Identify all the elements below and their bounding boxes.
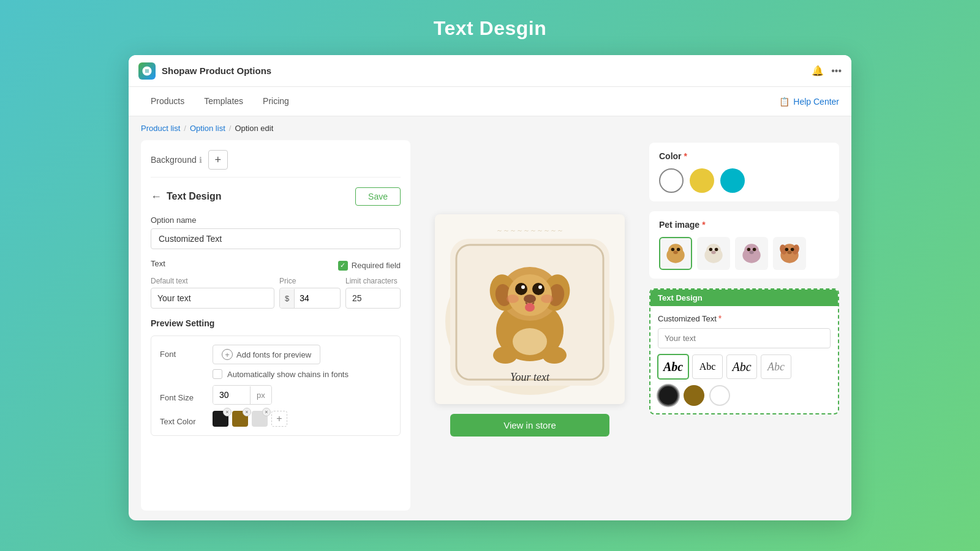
svg-point-25 bbox=[671, 248, 675, 252]
text-color-swatches: × × × + bbox=[213, 411, 287, 427]
svg-point-34 bbox=[744, 244, 759, 257]
pet-grid bbox=[659, 237, 829, 270]
svg-point-21 bbox=[513, 328, 547, 355]
svg-point-24 bbox=[668, 244, 683, 257]
add-color-button[interactable]: + bbox=[271, 411, 287, 427]
svg-text:Your text: Your text bbox=[510, 371, 550, 383]
breadcrumb-option-list[interactable]: Option list bbox=[190, 124, 225, 133]
right-panel: Color * Pet image * bbox=[649, 140, 839, 511]
required-checkbox[interactable]: ✓ bbox=[338, 261, 348, 271]
preview-setting-section: Preview Setting Font + Add fonts for pre… bbox=[151, 318, 401, 436]
mini-color-black[interactable] bbox=[658, 385, 679, 406]
color-swatch-brown[interactable]: × bbox=[232, 411, 248, 427]
mini-colors bbox=[658, 385, 831, 406]
info-icon: ℹ bbox=[199, 156, 202, 165]
nav-pricing[interactable]: Pricing bbox=[253, 87, 299, 116]
text-design-card: Text Design Customized Text * Abc Abc Ab… bbox=[649, 288, 839, 414]
svg-point-16 bbox=[525, 303, 535, 312]
pet-thumb-1[interactable] bbox=[659, 237, 692, 270]
svg-point-44 bbox=[787, 250, 791, 254]
font-option-3[interactable]: Abc bbox=[726, 354, 757, 379]
svg-point-12 bbox=[532, 283, 545, 295]
px-unit: px bbox=[250, 386, 271, 404]
pet-thumb-3[interactable] bbox=[735, 237, 768, 270]
save-button[interactable]: Save bbox=[355, 187, 401, 206]
title-bar: Shopaw Product Options 🔔 ••• bbox=[129, 55, 851, 87]
font-option-1[interactable]: Abc bbox=[658, 354, 688, 379]
main-content: Background ℹ + ← Text Design Save Option… bbox=[129, 140, 851, 520]
svg-point-29 bbox=[706, 244, 721, 257]
default-text-col: Default text bbox=[151, 277, 274, 309]
font-size-input-wrap: px bbox=[213, 385, 272, 405]
price-input[interactable] bbox=[295, 288, 328, 308]
color-circle-teal[interactable] bbox=[720, 168, 745, 193]
product-image: ～～～～～～～～～～ bbox=[435, 214, 625, 404]
breadcrumb: Product list / Option list / Option edit bbox=[129, 116, 851, 140]
font-controls: + Add fonts for preview Automatically sh… bbox=[213, 345, 391, 379]
title-bar-actions: 🔔 ••• bbox=[812, 65, 842, 77]
color-circle-white[interactable] bbox=[659, 168, 684, 193]
color-circle-yellow[interactable] bbox=[690, 168, 714, 193]
option-name-input[interactable] bbox=[151, 228, 401, 249]
svg-text:～～～～～～～～～～: ～～～～～～～～～～ bbox=[496, 227, 564, 234]
svg-point-36 bbox=[753, 248, 756, 252]
swatch-remove-black[interactable]: × bbox=[223, 408, 232, 416]
app-logo bbox=[138, 62, 156, 80]
mini-color-white[interactable] bbox=[709, 385, 730, 406]
panel-header-left: ← Text Design bbox=[151, 190, 222, 203]
left-panel: Background ℹ + ← Text Design Save Option… bbox=[141, 140, 410, 511]
font-option-4[interactable]: Abc bbox=[761, 354, 791, 379]
background-add-button[interactable]: + bbox=[208, 150, 228, 170]
app-window: Shopaw Product Options 🔔 ••• Products Te… bbox=[129, 55, 851, 520]
pet-thumb-2[interactable] bbox=[697, 237, 730, 270]
background-label: Background ℹ bbox=[151, 155, 202, 165]
view-in-store-button[interactable]: View in store bbox=[450, 414, 609, 437]
text-color-label: Text Color bbox=[160, 412, 203, 426]
breadcrumb-sep-2: / bbox=[229, 124, 232, 133]
color-swatch-black[interactable]: × bbox=[213, 411, 228, 427]
font-row: Font + Add fonts for preview Automatical… bbox=[160, 345, 391, 379]
preview-setting-title: Preview Setting bbox=[151, 318, 401, 328]
font-size-input[interactable] bbox=[213, 386, 250, 404]
nav-templates[interactable]: Templates bbox=[194, 87, 253, 116]
breadcrumb-product-list[interactable]: Product list bbox=[141, 124, 180, 133]
color-swatch-light[interactable]: × bbox=[252, 411, 268, 427]
color-heading: Color * bbox=[659, 151, 829, 161]
limit-chars-label: Limit characters bbox=[345, 277, 401, 285]
color-required-dot: * bbox=[684, 151, 687, 161]
limit-chars-input[interactable] bbox=[345, 288, 401, 309]
swatch-remove-light[interactable]: × bbox=[262, 408, 271, 416]
font-option-2[interactable]: Abc bbox=[692, 354, 723, 379]
text-label: Text bbox=[151, 259, 165, 268]
pet-thumb-4[interactable] bbox=[773, 237, 806, 270]
customized-text-input[interactable] bbox=[658, 328, 831, 348]
svg-point-15 bbox=[524, 294, 536, 303]
price-label: Price bbox=[279, 277, 341, 285]
svg-point-19 bbox=[493, 347, 518, 364]
svg-point-27 bbox=[673, 250, 677, 254]
center-panel: ～～～～～～～～～～ bbox=[410, 140, 649, 511]
required-field: ✓ Required field bbox=[338, 261, 401, 271]
swatch-remove-brown[interactable]: × bbox=[243, 408, 251, 416]
text-section: Text ✓ Required field Default text Price bbox=[151, 259, 401, 309]
back-arrow[interactable]: ← bbox=[151, 190, 162, 203]
auto-chains-checkbox[interactable] bbox=[213, 369, 222, 379]
help-center[interactable]: 📋 Help Center bbox=[779, 97, 839, 107]
pillow-svg: ～～～～～～～～～～ bbox=[435, 214, 625, 404]
pet-image-required-dot: * bbox=[702, 220, 705, 230]
svg-point-17 bbox=[507, 294, 519, 303]
default-text-input[interactable] bbox=[151, 288, 274, 309]
limit-chars-col: Limit characters bbox=[345, 277, 401, 309]
mini-color-brown[interactable] bbox=[684, 385, 704, 406]
preview-setting-box: Font + Add fonts for preview Automatical… bbox=[151, 335, 401, 436]
page-title: Text Desgin bbox=[434, 17, 547, 40]
svg-point-42 bbox=[785, 248, 789, 252]
font-size-label: Font Size bbox=[160, 388, 203, 402]
more-icon[interactable]: ••• bbox=[831, 66, 842, 77]
price-input-wrap: $ bbox=[279, 288, 341, 309]
customized-text-label: Customized Text * bbox=[658, 313, 831, 323]
svg-point-30 bbox=[709, 248, 713, 252]
bell-icon[interactable]: 🔔 bbox=[812, 65, 824, 77]
add-fonts-button[interactable]: + Add fonts for preview bbox=[213, 345, 320, 364]
nav-products[interactable]: Products bbox=[141, 87, 194, 116]
